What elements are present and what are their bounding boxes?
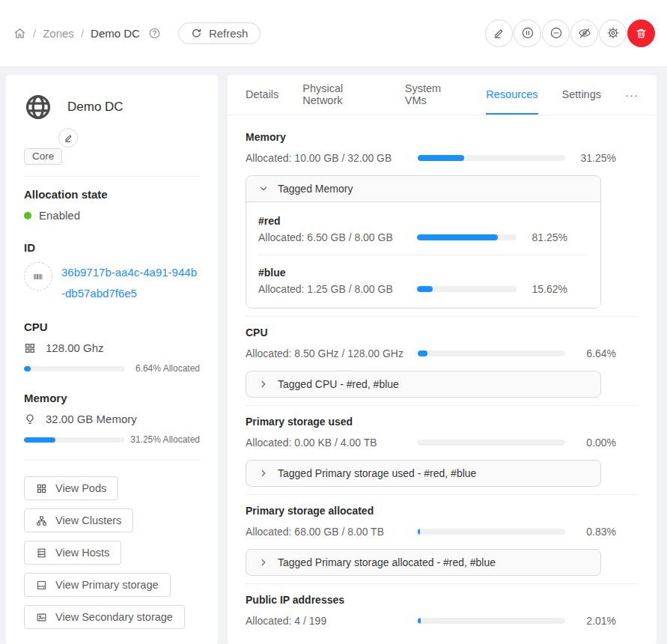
picture-icon bbox=[36, 612, 47, 623]
section-title: Primary storage used bbox=[246, 413, 639, 430]
eye-invisible-icon bbox=[578, 26, 591, 40]
breadcrumb: / Zones / Demo DC Refresh bbox=[13, 22, 261, 44]
grid-icon bbox=[24, 342, 36, 354]
view-clusters-button[interactable]: View Clusters bbox=[24, 508, 133, 532]
tagged-item-blue: #blue Allocated: 1.25 GB / 8.00 GB 15.62… bbox=[258, 264, 588, 297]
allocation-row: Allocated: 4 / 199 2.01% bbox=[246, 613, 616, 629]
section-title: Public IP addresses bbox=[246, 592, 639, 608]
pencil-icon bbox=[493, 27, 505, 40]
tab-resources[interactable]: Resources bbox=[486, 75, 537, 115]
percent-label: 15.62% bbox=[526, 283, 567, 295]
chevron-right-icon bbox=[259, 469, 268, 478]
allocation-row: Allocated: 8.50 GHz / 128.00 GHz 6.64% bbox=[246, 345, 616, 362]
tagged-primary-storage-used-header[interactable]: Tagged Primary storage used - #red, #blu… bbox=[246, 461, 600, 486]
allocation-row: Allocated: 0.00 KB / 4.00 TB 0.00% bbox=[246, 434, 616, 451]
tab-details[interactable]: Details bbox=[246, 75, 278, 115]
cpu-progress-bar bbox=[24, 366, 125, 371]
header-actions bbox=[485, 19, 655, 47]
allocation-state-value: Enabled bbox=[39, 209, 80, 222]
resources-content: Memory Allocated: 10.00 GB / 32.00 GB 31… bbox=[228, 115, 657, 629]
allocation-row: Allocated: 68.00 GB / 8.00 TB 0.83% bbox=[246, 523, 616, 540]
view-hosts-button[interactable]: View Hosts bbox=[24, 541, 121, 565]
memory-row: 32.00 GB Memory bbox=[24, 413, 200, 425]
percent-label: 31.25% bbox=[574, 152, 616, 164]
gear-icon bbox=[606, 26, 620, 40]
cpu-progress-row: 6.64% Allocated bbox=[24, 363, 200, 374]
breadcrumb-current: Demo DC bbox=[91, 27, 140, 40]
allocation-text: Allocated: 0.00 KB / 4.00 TB bbox=[246, 437, 409, 449]
pods-grid-icon bbox=[36, 483, 47, 494]
tagged-memory-panel: Tagged Memory #red Allocated: 6.50 GB / … bbox=[246, 175, 601, 309]
divider bbox=[246, 405, 639, 406]
resource-section-primary-storage-allocated: Primary storage allocated Allocated: 68.… bbox=[246, 502, 639, 576]
view-pods-button[interactable]: View Pods bbox=[24, 476, 118, 500]
cpu-allocated-label: 6.64% Allocated bbox=[135, 363, 200, 374]
tag-name: #red bbox=[258, 213, 588, 229]
barcode-icon[interactable] bbox=[24, 262, 52, 291]
edit-zone-button[interactable] bbox=[485, 19, 513, 47]
progress-bar bbox=[418, 618, 565, 624]
hide-zone-button[interactable] bbox=[570, 19, 598, 47]
memory-value: 32.00 GB Memory bbox=[46, 413, 137, 425]
progress-bar bbox=[417, 234, 517, 240]
zone-detail-panel: Details Physical Network System VMs Reso… bbox=[228, 75, 657, 644]
tab-system-vms[interactable]: System VMs bbox=[405, 75, 462, 115]
home-icon[interactable] bbox=[13, 27, 26, 40]
allocation-text: Allocated: 68.00 GB / 8.00 TB bbox=[246, 526, 409, 538]
tagged-cpu-header[interactable]: Tagged CPU - #red, #blue bbox=[246, 371, 600, 397]
allocation-text: Allocated: 10.00 GB / 32.00 GB bbox=[246, 152, 409, 164]
question-circle-icon[interactable] bbox=[148, 27, 161, 40]
memory-label: Memory bbox=[24, 392, 200, 404]
tagged-primary-storage-allocated-header[interactable]: Tagged Primary storage allocated - #red,… bbox=[246, 550, 600, 575]
cpu-row: 128.00 Ghz bbox=[24, 341, 200, 354]
resource-section-public-ip: Public IP addresses Allocated: 4 / 199 2… bbox=[246, 592, 639, 629]
memory-progress-bar bbox=[24, 437, 125, 443]
chevron-down-icon bbox=[259, 184, 268, 193]
divider bbox=[24, 460, 200, 461]
id-row: 36b9717b-aa4c-4a91-944b-db57abd7f6e5 bbox=[24, 262, 200, 304]
percent-label: 2.01% bbox=[574, 615, 616, 627]
allocation-text: Allocated: 1.25 GB / 8.00 GB bbox=[258, 283, 408, 295]
tab-more-button[interactable]: ··· bbox=[625, 75, 639, 115]
memory-progress-row: 31.25% Allocated bbox=[24, 434, 200, 445]
view-primary-storage-button[interactable]: View Primary storage bbox=[24, 573, 171, 597]
disable-zone-button[interactable] bbox=[542, 19, 570, 47]
top-bar: / Zones / Demo DC Refresh bbox=[0, 0, 667, 66]
edit-name-button[interactable] bbox=[58, 128, 78, 148]
divider bbox=[246, 583, 639, 584]
view-secondary-storage-button[interactable]: View Secondary storage bbox=[24, 605, 185, 629]
trash-icon bbox=[635, 27, 648, 40]
progress-bar bbox=[418, 350, 565, 356]
progress-bar bbox=[418, 529, 565, 535]
tab-settings[interactable]: Settings bbox=[562, 75, 601, 115]
bulb-icon bbox=[24, 413, 36, 425]
breadcrumb-zones[interactable]: Zones bbox=[43, 27, 74, 40]
allocation-row: Allocated: 1.25 GB / 8.00 GB 15.62% bbox=[258, 281, 567, 297]
zone-type-tag[interactable]: Core bbox=[24, 148, 62, 165]
percent-label: 0.83% bbox=[574, 526, 616, 538]
zone-id-value[interactable]: 36b9717b-aa4c-4a91-944b-db57abd7f6e5 bbox=[61, 262, 200, 304]
status-dot bbox=[24, 212, 31, 219]
globe-icon bbox=[24, 93, 52, 121]
resource-section-cpu: CPU Allocated: 8.50 GHz / 128.00 GHz 6.6… bbox=[246, 324, 639, 398]
delete-zone-button[interactable] bbox=[627, 19, 655, 47]
database-icon bbox=[36, 547, 47, 559]
breadcrumb-separator: / bbox=[81, 27, 84, 40]
allocation-text: Allocated: 4 / 199 bbox=[246, 615, 409, 627]
tagged-memory-body: #red Allocated: 6.50 GB / 8.00 GB 81.25%… bbox=[246, 201, 600, 308]
progress-bar bbox=[417, 286, 517, 292]
tagged-memory-header[interactable]: Tagged Memory bbox=[246, 176, 600, 201]
zone-info-panel: Demo DC Core Allocation state Enabled ID… bbox=[6, 75, 218, 644]
tab-physical-network[interactable]: Physical Network bbox=[302, 75, 380, 115]
pause-zone-button[interactable] bbox=[514, 19, 541, 47]
section-title: CPU bbox=[246, 324, 639, 341]
resource-section-primary-storage-used: Primary storage used Allocated: 0.00 KB … bbox=[246, 413, 639, 487]
allocation-state-row: Enabled bbox=[24, 209, 200, 222]
id-label: ID bbox=[24, 241, 200, 254]
view-buttons: View Pods View Clusters View Hosts View … bbox=[24, 476, 200, 629]
hdd-icon bbox=[36, 580, 47, 591]
chevron-right-icon bbox=[259, 558, 268, 567]
percent-label: 6.64% bbox=[574, 347, 616, 359]
settings-zone-button[interactable] bbox=[599, 19, 627, 47]
refresh-button[interactable]: Refresh bbox=[178, 22, 261, 44]
